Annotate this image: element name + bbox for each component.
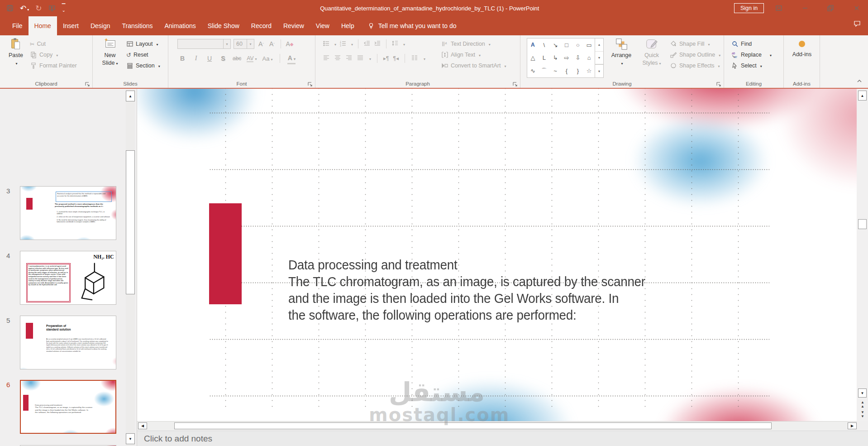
gallery-scroll-down[interactable]: ▼: [595, 52, 603, 65]
shape-down-arrow[interactable]: ⇩: [572, 52, 583, 65]
bullets-button[interactable]: [323, 40, 330, 48]
font-size-combo[interactable]: 60▾: [234, 39, 254, 49]
tab-slideshow[interactable]: Slide Show: [202, 16, 245, 35]
slide-thumbnail-3[interactable]: Statistical analysis proved that the met…: [20, 186, 116, 240]
tab-home[interactable]: Home: [29, 16, 57, 35]
scroll-right-button[interactable]: ▶: [848, 422, 857, 429]
layout-button[interactable]: Layout: [126, 39, 158, 49]
left-to-right-button[interactable]: ▸¶: [383, 55, 389, 62]
tab-review[interactable]: Review: [277, 16, 310, 35]
tab-record[interactable]: Record: [245, 16, 277, 35]
gallery-scroll-up[interactable]: ▲: [595, 38, 603, 52]
close-button[interactable]: [849, 0, 864, 16]
thumbnail-scrollbar-thumb[interactable]: [126, 150, 135, 294]
columns-button[interactable]: [411, 54, 418, 63]
font-color-button[interactable]: A: [287, 53, 296, 64]
align-text-button[interactable]: Align Text: [441, 50, 481, 60]
shape-textbox[interactable]: A: [527, 38, 539, 52]
scroll-up-button[interactable]: ▲: [858, 91, 867, 101]
justify-button[interactable]: [357, 54, 364, 63]
vertical-scrollbar[interactable]: ▲ ▼ ▲ ▲ ▼ ▼: [857, 89, 868, 421]
font-name-combo[interactable]: ▾: [177, 39, 231, 49]
shape-outline-button[interactable]: Shape Outline: [670, 50, 720, 60]
vertical-scrollbar-thumb[interactable]: [858, 219, 867, 229]
save-button[interactable]: [6, 5, 14, 12]
quick-styles-button[interactable]: Quick Styles: [637, 37, 666, 67]
bold-button[interactable]: B: [178, 53, 186, 63]
change-case-button[interactable]: Aa: [262, 53, 273, 63]
increase-indent-button[interactable]: [374, 40, 381, 48]
shape-rectangle[interactable]: □: [561, 38, 572, 52]
clipboard-dialog-launcher[interactable]: [85, 81, 90, 86]
select-button[interactable]: Select: [731, 61, 762, 71]
thumbnail-scrollbar[interactable]: ▲ ▼: [126, 89, 135, 446]
slide-thumbnail-5[interactable]: Preparation of standard solution An accu…: [20, 316, 116, 369]
text-shadow-button[interactable]: S: [219, 53, 227, 63]
shape-line[interactable]: \: [539, 38, 550, 52]
horizontal-scrollbar-thumb[interactable]: [174, 422, 772, 429]
shape-arc[interactable]: ⌒: [539, 64, 550, 77]
copy-button[interactable]: Copy: [30, 50, 58, 60]
customize-qat-button[interactable]: ▔ ⌄: [62, 4, 66, 12]
shape-fill-button[interactable]: Shape Fill: [670, 39, 710, 49]
cut-button[interactable]: ✂Cut: [30, 39, 46, 49]
tab-insert[interactable]: Insert: [57, 16, 85, 35]
align-right-button[interactable]: [345, 54, 353, 63]
line-spacing-button[interactable]: [391, 40, 399, 48]
thumbnail-scroll-up-button[interactable]: ▲: [126, 91, 135, 101]
shape-elbow-arrow[interactable]: ↳: [550, 52, 561, 65]
tab-help[interactable]: Help: [335, 16, 360, 35]
shape-oval[interactable]: ○: [572, 38, 583, 52]
scroll-down-button[interactable]: ▼: [858, 388, 867, 398]
character-spacing-button[interactable]: AV: [247, 53, 257, 63]
red-rectangle-shape[interactable]: [209, 203, 242, 304]
drawing-dialog-launcher[interactable]: [716, 81, 721, 86]
tab-animations[interactable]: Animations: [158, 16, 201, 35]
italic-button[interactable]: I: [192, 53, 200, 63]
tab-transitions[interactable]: Transitions: [116, 16, 159, 35]
horizontal-scrollbar[interactable]: ◀ ▶: [137, 421, 857, 430]
numbering-button[interactable]: 123: [339, 40, 347, 48]
arrange-button[interactable]: Arrange: [607, 37, 635, 67]
shape-star[interactable]: ☆: [583, 64, 595, 77]
text-direction-button[interactable]: AText Direction: [441, 39, 491, 49]
right-to-left-button[interactable]: ¶◂: [393, 55, 398, 62]
shape-right-arrow[interactable]: ⇨: [561, 52, 572, 65]
comments-button[interactable]: [854, 20, 861, 29]
scroll-left-button[interactable]: ◀: [138, 422, 147, 429]
shape-elbow[interactable]: L: [539, 52, 550, 65]
start-slideshow-button[interactable]: [48, 5, 56, 12]
shape-scribble[interactable]: ∿: [527, 64, 539, 77]
slide-thumbnail-6[interactable]: Data processing and treatment The TLC ch…: [20, 380, 116, 434]
align-left-button[interactable]: [323, 54, 330, 63]
decrease-indent-button[interactable]: [363, 40, 371, 48]
tab-file[interactable]: File: [6, 16, 29, 35]
redo-button[interactable]: ↻: [35, 4, 42, 13]
reset-button[interactable]: ↺Reset: [126, 50, 148, 60]
section-button[interactable]: Section: [126, 61, 160, 71]
tab-design[interactable]: Design: [85, 16, 116, 35]
restore-button[interactable]: [823, 0, 838, 16]
align-center-button[interactable]: [334, 54, 341, 63]
find-button[interactable]: Find: [731, 39, 752, 49]
add-ins-button[interactable]: Add-ins: [789, 41, 815, 58]
new-slide-button[interactable]: New Slide: [97, 37, 123, 67]
shrink-font-button[interactable]: Aˇ: [268, 39, 276, 49]
font-dialog-launcher[interactable]: [307, 81, 313, 86]
collapse-ribbon-button[interactable]: [856, 78, 863, 86]
tab-view[interactable]: View: [310, 16, 335, 35]
tell-me-box[interactable]: Tell me what you want to do: [367, 16, 457, 35]
shape-curve[interactable]: ~: [550, 64, 561, 77]
slide-text-placeholder[interactable]: Data processing and treatment The TLC ch…: [288, 256, 667, 323]
grow-font-button[interactable]: Aˆ: [257, 39, 265, 49]
previous-slide-button[interactable]: ▲ ▲: [858, 400, 867, 408]
format-painter-button[interactable]: Format Painter: [30, 61, 77, 71]
shape-effects-button[interactable]: Shape Effects: [670, 61, 720, 71]
shape-arrow[interactable]: ↘: [550, 38, 561, 52]
sign-in-button[interactable]: Sign in: [734, 3, 764, 13]
underline-button[interactable]: U: [205, 53, 214, 63]
convert-to-smartart-button[interactable]: Convert to SmartArt: [441, 61, 506, 71]
slide-thumbnail-4[interactable]: 1-aminoadamantine, is an antiviral agent…: [20, 251, 116, 305]
notes-panel[interactable]: Click to add notes: [137, 431, 868, 446]
replace-button[interactable]: abacReplace: [731, 50, 772, 60]
